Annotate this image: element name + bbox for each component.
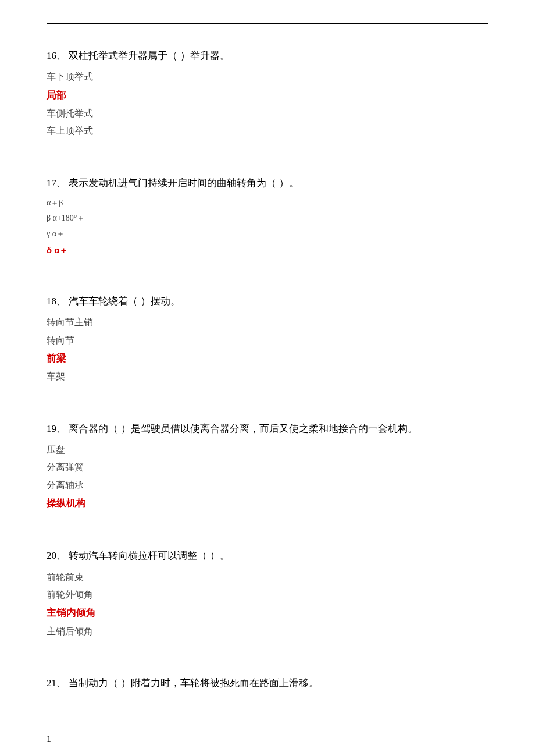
question-text: 双柱托举式举升器属于（ ）举升器。 (69, 50, 229, 61)
option: β α+180°＋ (47, 211, 488, 226)
question-text: 当制动力（ ）附着力时，车轮将被抱死而在路面上滑移。 (69, 677, 318, 688)
option: 前轮外倾角 (47, 586, 488, 604)
question-number: 21、 (47, 677, 66, 688)
option: 车上顶举式 (47, 122, 488, 140)
question-text: 汽车车轮绕着（ ）摆动。 (69, 296, 180, 307)
option: α＋β (47, 196, 488, 211)
option: 主销后倾角 (47, 623, 488, 640)
option: 车下顶举式 (47, 68, 488, 86)
option: 压盘 (47, 441, 488, 459)
question-stem: 20、 转动汽车转向横拉杆可以调整（ ）。 (47, 548, 488, 563)
question-stem: 19、 离合器的（ ）是驾驶员借以使离合器分离，而后又使之柔和地接合的一套机构。 (47, 421, 488, 436)
question-block: 16、 双柱托举式举升器属于（ ）举升器。车下顶举式局部车侧托举式车上顶举式 (47, 48, 488, 140)
answer-option: 前梁 (47, 349, 488, 368)
question-stem: 18、 汽车车轮绕着（ ）摆动。 (47, 293, 488, 309)
question-number: 16、 (47, 50, 66, 61)
option: 前轮前束 (47, 569, 488, 586)
answer-option: 操纵机构 (47, 494, 488, 513)
option: 分离轴承 (47, 477, 488, 494)
question-stem: 16、 双柱托举式举升器属于（ ）举升器。 (47, 48, 488, 63)
question-number: 17、 (47, 178, 66, 189)
question-text: 离合器的（ ）是驾驶员借以使离合器分离，而后又使之柔和地接合的一套机构。 (69, 423, 417, 434)
answer-option: δ α＋ (47, 242, 488, 259)
question-text: 表示发动机进气门持续开启时间的曲轴转角为（ ）。 (69, 178, 298, 189)
option: 车侧托举式 (47, 105, 488, 122)
question-block: 20、 转动汽车转向横拉杆可以调整（ ）。前轮前束前轮外倾角主销内倾角主销后倾角 (47, 548, 488, 640)
answer-option: 局部 (47, 86, 488, 105)
option: 转向节 (47, 332, 488, 349)
question-text: 转动汽车转向横拉杆可以调整（ ）。 (69, 550, 229, 561)
option: 车架 (47, 368, 488, 385)
question-block: 19、 离合器的（ ）是驾驶员借以使离合器分离，而后又使之柔和地接合的一套机构。… (47, 421, 488, 513)
question-stem: 21、 当制动力（ ）附着力时，车轮将被抱死而在路面上滑移。 (47, 675, 488, 691)
questions-container: 16、 双柱托举式举升器属于（ ）举升器。车下顶举式局部车侧托举式车上顶举式17… (47, 48, 488, 691)
question-block: 17、 表示发动机进气门持续开启时间的曲轴转角为（ ）。α＋ββ α+180°＋… (47, 175, 488, 258)
option: 分离弹簧 (47, 459, 488, 476)
question-number: 20、 (47, 550, 66, 561)
question-stem: 17、 表示发动机进气门持续开启时间的曲轴转角为（ ）。 (47, 175, 488, 191)
option: 转向节主销 (47, 314, 488, 331)
question-number: 18、 (47, 296, 66, 307)
question-block: 18、 汽车车轮绕着（ ）摆动。转向节主销转向节前梁车架 (47, 293, 488, 386)
question-block: 21、 当制动力（ ）附着力时，车轮将被抱死而在路面上滑移。 (47, 675, 488, 691)
page-number: 1 (47, 734, 51, 744)
top-horizontal-rule (47, 23, 488, 24)
question-number: 19、 (47, 423, 66, 434)
option: γ α＋ (47, 226, 488, 242)
document-page: 16、 双柱托举式举升器属于（ ）举升器。车下顶举式局部车侧托举式车上顶举式17… (0, 0, 535, 756)
answer-option: 主销内倾角 (47, 604, 488, 622)
